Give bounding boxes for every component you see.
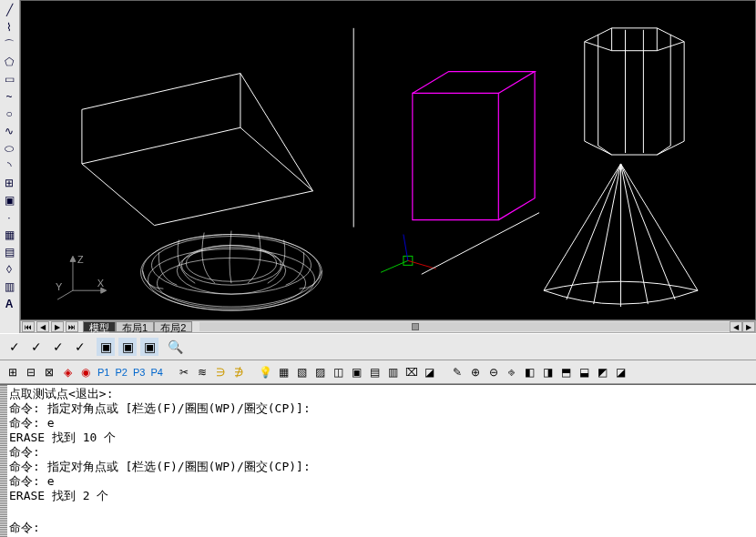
arc-tool-icon[interactable]: ⌒ bbox=[1, 36, 17, 53]
tab-first-icon[interactable]: ⏮ bbox=[22, 321, 35, 332]
command-history: 点取测试点<退出>: 命令: 指定对角点或 [栏选(F)/圈围(WP)/圈交(C… bbox=[9, 387, 754, 519]
main-toolbar: ⊞ ⊟ ⊠ ◈ ◉ P1 P2 P3 P4 ✂ ≋ ∋ ∌ 💡 ▦ ▧ ▨ ◫ … bbox=[0, 360, 756, 384]
curve-tool-icon[interactable]: ~ bbox=[1, 88, 17, 105]
tool-b1-icon[interactable]: ✂ bbox=[176, 364, 192, 380]
point-tool-icon[interactable]: · bbox=[1, 209, 17, 226]
p3-label[interactable]: P3 bbox=[130, 367, 148, 378]
tool-d6-icon[interactable]: ◨ bbox=[540, 364, 557, 380]
osnap-toolbar: ✓ ✓ ✓ ✓ ▣ ▣ ▣ 🔍 bbox=[0, 333, 756, 360]
circle-tool-icon[interactable]: ○ bbox=[1, 106, 17, 122]
gradient-tool-icon[interactable]: ▤ bbox=[1, 244, 17, 260]
layout-tab-bar: ⏮ ◀ ▶ ⏭ 模型 布局1 布局2 ◀ ▶ bbox=[20, 320, 756, 333]
osnap-ext-icon[interactable]: ▣ bbox=[140, 338, 158, 356]
left-draw-toolbar: ╱ ⌇ ⌒ ⬠ ▭ ~ ○ ∿ ⬭ ◝ ⊞ ▣ · ▦ ▤ ◊ ▥ A bbox=[0, 0, 20, 362]
layer-b4-icon[interactable]: ∌ bbox=[230, 364, 247, 380]
tool-c4-icon[interactable]: ▨ bbox=[312, 364, 329, 380]
polygon-tool-icon[interactable]: ⬠ bbox=[1, 54, 17, 70]
layer-b3-icon[interactable]: ∋ bbox=[212, 364, 229, 380]
table-tool-icon[interactable]: ▥ bbox=[1, 279, 17, 295]
hscroll-track[interactable] bbox=[199, 322, 730, 331]
axis-z-label: Z bbox=[77, 254, 84, 265]
osnap-zoom-icon[interactable]: 🔍 bbox=[166, 338, 184, 356]
svg-point-7 bbox=[157, 258, 305, 309]
tool-c3-icon[interactable]: ▧ bbox=[294, 364, 311, 380]
svg-point-4 bbox=[181, 245, 281, 285]
ucs-origin-marker bbox=[381, 235, 436, 273]
insert-tool-icon[interactable]: ⊞ bbox=[1, 175, 17, 191]
svg-line-9 bbox=[381, 260, 408, 272]
tool-a2-icon[interactable]: ⊟ bbox=[23, 364, 39, 380]
tool-c9-icon[interactable]: ⌧ bbox=[404, 364, 420, 380]
svg-point-3 bbox=[186, 245, 276, 281]
magenta-box-shape bbox=[413, 72, 535, 220]
p2-label[interactable]: P2 bbox=[112, 367, 129, 378]
spline-tool-icon[interactable]: ∿ bbox=[1, 123, 17, 139]
tool-d1-icon[interactable]: ✎ bbox=[449, 364, 465, 380]
tool-a1-icon[interactable]: ⊞ bbox=[5, 364, 21, 380]
hatch-tool-icon[interactable]: ▦ bbox=[1, 227, 17, 243]
hscroll-right-icon[interactable]: ▶ bbox=[742, 321, 755, 332]
command-grip-icon[interactable] bbox=[0, 385, 7, 537]
tool-d4-icon[interactable]: ⎆ bbox=[504, 364, 520, 380]
tool-c2-icon[interactable]: ▦ bbox=[276, 364, 292, 380]
cylinder-shape bbox=[585, 28, 684, 155]
tool-d5-icon[interactable]: ◧ bbox=[522, 364, 538, 380]
tool-d2-icon[interactable]: ⊕ bbox=[467, 364, 484, 380]
command-input[interactable] bbox=[40, 522, 754, 535]
tool-d10-icon[interactable]: ◪ bbox=[613, 364, 629, 380]
osnap-endpoint-icon[interactable]: ✓ bbox=[5, 338, 24, 356]
command-window: 点取测试点<退出>: 命令: 指定对角点或 [栏选(F)/圈围(WP)/圈交(C… bbox=[0, 384, 756, 537]
rectangle-tool-icon[interactable]: ▭ bbox=[1, 71, 17, 87]
diag-line bbox=[422, 213, 539, 275]
osnap-int-icon[interactable]: ▣ bbox=[118, 338, 137, 356]
tool-c10-icon[interactable]: ◪ bbox=[422, 364, 438, 380]
torus-shape bbox=[141, 231, 322, 311]
p1-label[interactable]: P1 bbox=[95, 367, 112, 378]
p4-label[interactable]: P4 bbox=[148, 367, 165, 378]
tool-d8-icon[interactable]: ⬓ bbox=[577, 364, 593, 380]
svg-point-0 bbox=[141, 235, 322, 311]
tool-a3-icon[interactable]: ⊠ bbox=[41, 364, 57, 380]
tool-c6-icon[interactable]: ▣ bbox=[349, 364, 365, 380]
tab-prev-icon[interactable]: ◀ bbox=[36, 321, 49, 332]
svg-line-11 bbox=[404, 235, 408, 261]
tool-a5-icon[interactable]: ◉ bbox=[77, 364, 94, 380]
axis-y-label: Y bbox=[56, 281, 63, 292]
block-tool-icon[interactable]: ▣ bbox=[1, 192, 17, 208]
osnap-midpoint-icon[interactable]: ✓ bbox=[27, 338, 46, 356]
tab-layout2[interactable]: 布局2 bbox=[154, 321, 192, 332]
axis-x-label: X bbox=[97, 278, 105, 289]
region-tool-icon[interactable]: ◊ bbox=[1, 261, 17, 278]
tool-b2-icon[interactable]: ≋ bbox=[194, 364, 210, 380]
tool-a4-icon[interactable]: ◈ bbox=[59, 364, 76, 380]
tab-last-icon[interactable]: ⏭ bbox=[66, 321, 78, 332]
drawing-viewport[interactable]: Z Y X bbox=[20, 0, 756, 320]
wedge-shape bbox=[82, 74, 313, 226]
svg-point-5 bbox=[177, 247, 285, 294]
ellipse-tool-icon[interactable]: ⬭ bbox=[1, 140, 17, 157]
hscroll-left-icon[interactable]: ◀ bbox=[730, 321, 742, 332]
osnap-center-icon[interactable]: ✓ bbox=[49, 338, 67, 356]
tab-next-icon[interactable]: ▶ bbox=[51, 321, 64, 332]
line-tool-icon[interactable]: ╱ bbox=[1, 2, 17, 18]
ellipse-arc-tool-icon[interactable]: ◝ bbox=[1, 157, 17, 174]
tab-layout1[interactable]: 布局1 bbox=[116, 321, 154, 332]
hscroll-thumb[interactable] bbox=[412, 323, 419, 330]
mtext-tool-icon[interactable]: A bbox=[1, 296, 17, 312]
cone-shape bbox=[544, 164, 698, 307]
svg-point-2 bbox=[151, 237, 311, 295]
osnap-node-icon[interactable]: ✓ bbox=[71, 338, 89, 356]
tool-c8-icon[interactable]: ▥ bbox=[385, 364, 402, 380]
pline-tool-icon[interactable]: ⌇ bbox=[1, 19, 17, 35]
tool-d7-icon[interactable]: ⬒ bbox=[558, 364, 575, 380]
tool-d9-icon[interactable]: ◩ bbox=[595, 364, 611, 380]
tool-d3-icon[interactable]: ⊖ bbox=[485, 364, 502, 380]
tool-c7-icon[interactable]: ▤ bbox=[367, 364, 383, 380]
light-icon[interactable]: 💡 bbox=[258, 364, 274, 380]
tool-c5-icon[interactable]: ◫ bbox=[331, 364, 347, 380]
tab-model[interactable]: 模型 bbox=[83, 321, 116, 332]
command-prompt-label: 命令: bbox=[9, 520, 40, 536]
osnap-quad-icon[interactable]: ▣ bbox=[97, 338, 115, 356]
